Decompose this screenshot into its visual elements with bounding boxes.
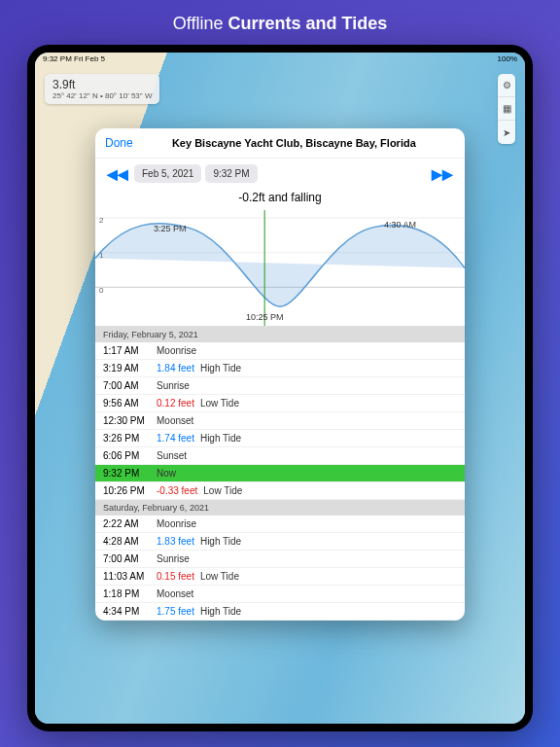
event-row[interactable]: 9:32 PMNow — [95, 465, 465, 482]
tide-status: -0.2ft and falling — [95, 189, 465, 210]
event-row[interactable]: 9:56 AM0.12 feetLow Tide — [95, 395, 465, 412]
event-label: Sunrise — [157, 553, 190, 564]
event-row[interactable]: 11:03 AM0.15 feetLow Tide — [95, 568, 465, 586]
event-time: 6:06 PM — [103, 450, 157, 461]
depth-value: 3.9ft — [52, 78, 152, 91]
event-time: 9:32 PM — [103, 468, 157, 479]
event-row[interactable]: 10:26 PM-0.33 feetLow Tide — [95, 482, 465, 500]
event-time: 4:34 PM — [103, 606, 157, 617]
event-row[interactable]: 4:34 PM1.75 feetHigh Tide — [95, 603, 465, 621]
prev-arrow-icon[interactable]: ◀◀ — [105, 166, 130, 182]
event-label: Low Tide — [203, 485, 242, 496]
events-list[interactable]: Friday, February 5, 20211:17 AMMoonrise3… — [95, 327, 465, 621]
event-time: 1:17 AM — [103, 345, 157, 356]
event-label: Moonrise — [157, 518, 196, 529]
event-value: 1.84 feet — [157, 363, 194, 374]
event-label: High Tide — [200, 433, 241, 444]
locate-icon[interactable]: ➤ — [498, 121, 515, 144]
event-time: 3:26 PM — [103, 433, 157, 444]
event-value: 1.74 feet — [157, 433, 194, 444]
promo-title: Offline Currents and Tides — [0, 0, 560, 44]
status-bar: 9:32 PM Fri Feb 5 100% — [35, 53, 525, 68]
event-row[interactable]: 3:26 PM1.74 feetHigh Tide — [95, 430, 465, 447]
event-row[interactable]: 7:00 AMSunrise — [95, 551, 465, 568]
event-row[interactable]: 6:06 PMSunset — [95, 447, 465, 465]
coordinates: 25° 42' 12" N • 80° 10' 53" W — [52, 91, 152, 100]
promo-prefix: Offline — [173, 14, 228, 33]
ipad-screen: 9:32 PM Fri Feb 5 100% 3.9ft 25° 42' 12"… — [35, 53, 525, 724]
event-row[interactable]: 12:30 PMMoonset — [95, 412, 465, 430]
event-time: 10:26 PM — [103, 485, 157, 496]
chart-trough-label: 10:25 PM — [246, 312, 284, 322]
event-time: 7:00 AM — [103, 380, 157, 391]
position-info-box[interactable]: 3.9ft 25° 42' 12" N • 80° 10' 53" W — [45, 74, 159, 104]
event-time: 1:18 PM — [103, 588, 157, 599]
map-tools-panel: ⚙ ▦ ➤ — [498, 74, 515, 144]
chart-peak1-label: 3:25 PM — [154, 224, 187, 233]
event-label: Sunset — [157, 450, 187, 461]
event-label: Now — [157, 468, 176, 479]
tide-chart[interactable]: 2 1 0 3:25 PM 10:25 PM 4:30 AM — [95, 210, 465, 327]
ytick-1: 1 — [99, 251, 103, 260]
event-value: 1.83 feet — [157, 536, 194, 547]
modal-header: Done Key Biscayne Yacht Club, Biscayne B… — [95, 128, 465, 159]
event-time: 4:28 AM — [103, 536, 157, 547]
settings-icon[interactable]: ⚙ — [498, 74, 515, 97]
chart-peak2-label: 4:30 AM — [384, 220, 416, 230]
event-label: High Tide — [200, 536, 241, 547]
event-time: 3:19 AM — [103, 363, 157, 374]
event-label: Low Tide — [200, 571, 239, 582]
next-arrow-icon[interactable]: ▶▶ — [430, 166, 455, 182]
event-time: 2:22 AM — [103, 518, 157, 529]
event-row[interactable]: 2:22 AMMoonrise — [95, 516, 465, 533]
event-label: Sunrise — [157, 380, 190, 391]
event-time: 7:00 AM — [103, 553, 157, 564]
event-label: High Tide — [200, 363, 241, 374]
event-row[interactable]: 4:28 AM1.83 feetHigh Tide — [95, 533, 465, 551]
event-label: Moonset — [157, 415, 193, 426]
date-pill[interactable]: Feb 5, 2021 — [134, 164, 201, 183]
event-value: 0.12 feet — [157, 398, 194, 409]
modal-title: Key Biscayne Yacht Club, Biscayne Bay, F… — [133, 137, 455, 149]
status-battery: 100% — [498, 54, 517, 66]
event-row[interactable]: 3:19 AM1.84 feetHigh Tide — [95, 360, 465, 377]
ipad-frame: 9:32 PM Fri Feb 5 100% 3.9ft 25° 42' 12"… — [27, 45, 533, 731]
event-value: 1.75 feet — [157, 606, 194, 617]
date-picker-row: ◀◀ Feb 5, 2021 9:32 PM ▶▶ — [95, 159, 465, 189]
event-label: Moonset — [157, 588, 193, 599]
event-time: 11:03 AM — [103, 571, 157, 582]
status-time: 9:32 PM Fri Feb 5 — [43, 54, 105, 66]
event-label: High Tide — [200, 606, 241, 617]
event-label: Low Tide — [200, 398, 239, 409]
event-row[interactable]: 7:00 AMSunrise — [95, 377, 465, 395]
ytick-0: 0 — [99, 286, 103, 295]
promo-bold: Currents and Tides — [228, 14, 387, 33]
event-value: -0.33 feet — [157, 485, 197, 496]
event-time: 12:30 PM — [103, 415, 157, 426]
day-header: Saturday, February 6, 2021 — [95, 500, 465, 516]
event-time: 9:56 AM — [103, 398, 157, 409]
layers-icon[interactable]: ▦ — [498, 97, 515, 121]
done-button[interactable]: Done — [105, 136, 133, 150]
day-header: Friday, February 5, 2021 — [95, 327, 465, 342]
event-value: 0.15 feet — [157, 571, 194, 582]
event-row[interactable]: 1:18 PMMoonset — [95, 586, 465, 603]
event-row[interactable]: 1:17 AMMoonrise — [95, 342, 465, 360]
time-pill[interactable]: 9:32 PM — [205, 164, 257, 183]
tide-modal: Done Key Biscayne Yacht Club, Biscayne B… — [95, 128, 465, 621]
ytick-2: 2 — [99, 216, 103, 225]
event-label: Moonrise — [157, 345, 196, 356]
